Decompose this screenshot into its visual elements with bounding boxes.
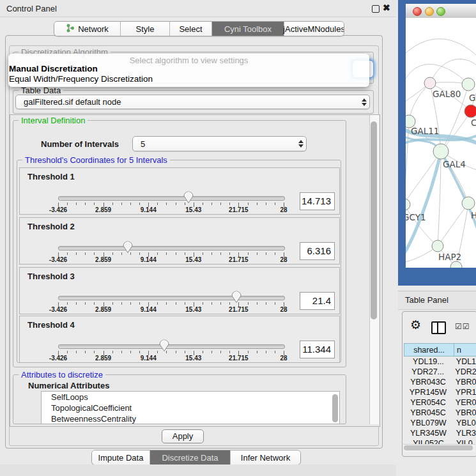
attribute-list-item[interactable]: SelfLoops bbox=[42, 392, 339, 403]
tab-cyni-toolbox[interactable]: Cyni Toolbox bbox=[212, 22, 284, 36]
cell-shared-name[interactable]: YDL19... bbox=[404, 357, 453, 367]
network-node-GCY1[interactable] bbox=[406, 199, 410, 210]
slider-track[interactable] bbox=[58, 296, 285, 300]
mac-close-icon[interactable] bbox=[413, 7, 422, 16]
attribute-list-item[interactable]: TopologicalCoefficient bbox=[42, 403, 339, 413]
numerical-attributes-list[interactable]: SelfLoopsTopologicalCoefficientBetweenne… bbox=[41, 391, 340, 424]
cell-shared-name[interactable]: YBR043C bbox=[404, 377, 452, 387]
slider-thumb[interactable] bbox=[183, 190, 194, 204]
cell-shared-name[interactable]: YBR045C bbox=[404, 408, 452, 418]
slider-tick bbox=[211, 302, 212, 305]
threshold-label: Threshold 2 bbox=[27, 222, 75, 231]
table-row[interactable]: YBR045CYBR0 bbox=[404, 408, 476, 418]
attribute-list-item[interactable]: BetweennessCentrality bbox=[42, 413, 339, 424]
network-canvas[interactable]: GAL80GACGAL11GAL4GCY1HHAP2 bbox=[406, 18, 476, 268]
cell-name[interactable]: YBR0 bbox=[452, 408, 476, 418]
node-label-GAL4: GAL4 bbox=[443, 159, 466, 169]
cell-name[interactable]: YBL0 bbox=[453, 418, 476, 428]
cell-name[interactable]: YDL1 bbox=[453, 357, 476, 367]
table-row[interactable]: YLR345WYLR3 bbox=[404, 428, 476, 438]
table-hscrollbar-thumb[interactable] bbox=[404, 445, 473, 450]
tab-jactivemnodules[interactable]: jActiveMNodules bbox=[284, 22, 344, 36]
algorithm-option[interactable]: Manual Discretization bbox=[9, 64, 98, 73]
network-node-GAL4[interactable] bbox=[433, 144, 449, 159]
slider-thumb[interactable] bbox=[159, 339, 169, 352]
slider-tick bbox=[203, 302, 203, 305]
table-row[interactable]: YBL079WYBL0 bbox=[404, 418, 476, 428]
tab-infer-network[interactable]: Infer Network bbox=[231, 450, 300, 464]
threshold-label: Threshold 3 bbox=[27, 272, 75, 281]
slider-tick bbox=[121, 302, 122, 305]
network-node-H-partial[interactable] bbox=[462, 197, 475, 210]
slider-tick bbox=[257, 252, 257, 255]
tab-label: Cyni Toolbox bbox=[224, 24, 272, 34]
slider-tick bbox=[67, 252, 68, 255]
cell-shared-name[interactable]: YBL079W bbox=[404, 418, 453, 428]
mac-minimize-icon[interactable] bbox=[425, 7, 434, 16]
algorithm-option[interactable]: Equal Width/Frequency Discretization bbox=[9, 74, 153, 84]
cell-name[interactable]: YER0 bbox=[452, 397, 476, 408]
network-edge[interactable] bbox=[438, 203, 468, 246]
number-of-intervals-combo[interactable]: 5 bbox=[132, 136, 307, 151]
slider-tick-label: 2.859 bbox=[86, 306, 121, 313]
split-columns-icon[interactable] bbox=[431, 321, 446, 334]
table-data-combo[interactable]: galFiltered.sif default node bbox=[15, 95, 370, 109]
tab-select[interactable]: Select bbox=[170, 22, 212, 36]
network-edge[interactable] bbox=[406, 39, 476, 56]
control-panel-tabs: NetworkStyleSelectCyni ToolboxjActiveMNo… bbox=[54, 21, 344, 36]
cell-shared-name[interactable]: YDR27... bbox=[404, 367, 452, 377]
node-label-GAL80: GAL80 bbox=[433, 89, 461, 99]
cell-name[interactable]: YPR1 bbox=[452, 387, 476, 397]
threshold-value-field[interactable]: 6.316 bbox=[300, 242, 335, 260]
cell-name[interactable]: YBR0 bbox=[452, 377, 476, 387]
table-hscrollbar-track[interactable] bbox=[403, 444, 475, 452]
slider-tick bbox=[130, 203, 131, 205]
table-settings-gear-icon[interactable]: ⚙ bbox=[410, 319, 421, 331]
list-scrollbar-thumb[interactable] bbox=[332, 394, 338, 422]
tab-impute-data[interactable]: Impute Data bbox=[92, 450, 150, 464]
cell-name[interactable]: YLR3 bbox=[453, 428, 476, 438]
tab-style[interactable]: Style bbox=[121, 22, 170, 36]
slider-track[interactable] bbox=[58, 196, 285, 201]
mac-zoom-icon[interactable] bbox=[436, 7, 445, 16]
slider-tick-label: 9.144 bbox=[130, 306, 166, 313]
slider-tick-label: 15.43 bbox=[176, 206, 211, 213]
table-row[interactable]: YPR145WYPR1 bbox=[404, 387, 476, 397]
table-row[interactable]: YDR27...YDR2 bbox=[404, 367, 476, 377]
slider-track[interactable] bbox=[58, 344, 285, 349]
threshold-value-field[interactable]: 21.4 bbox=[300, 292, 335, 310]
slider-tick bbox=[185, 302, 185, 305]
network-node-red-node[interactable] bbox=[464, 105, 476, 118]
slider-track[interactable] bbox=[58, 246, 285, 250]
network-node-GAL-partial-top[interactable] bbox=[462, 78, 475, 91]
combo-stepper-icon bbox=[359, 98, 369, 106]
threshold-value-field[interactable]: 11.344 bbox=[300, 341, 335, 358]
network-node-HAP2[interactable] bbox=[432, 240, 443, 252]
column-checkboxes-icon[interactable]: ☑☑ bbox=[455, 322, 470, 331]
slider-tick-label: 2.859 bbox=[86, 355, 121, 362]
table-row[interactable]: YBR043CYBR0 bbox=[404, 377, 476, 387]
settings-scrollbar-thumb[interactable] bbox=[371, 121, 377, 319]
tab-discretize-data[interactable]: Discretize Data bbox=[150, 450, 231, 464]
cell-shared-name[interactable]: YLR345W bbox=[404, 428, 453, 438]
network-window-titlebar[interactable] bbox=[406, 4, 476, 19]
tab-network[interactable]: Network bbox=[54, 22, 121, 36]
slider-thumb[interactable] bbox=[123, 240, 133, 254]
network-edge[interactable] bbox=[406, 151, 441, 253]
close-icon[interactable]: ✖ bbox=[383, 3, 390, 13]
slider-thumb[interactable] bbox=[231, 290, 242, 303]
network-edge[interactable] bbox=[406, 65, 468, 84]
column-header-name[interactable]: n bbox=[454, 343, 476, 357]
table-row[interactable]: YER054CYER0 bbox=[404, 397, 476, 408]
cell-name[interactable]: YDR2 bbox=[452, 367, 476, 377]
tab-label: Discretize Data bbox=[162, 453, 218, 463]
apply-button[interactable]: Apply bbox=[162, 429, 204, 443]
cell-shared-name[interactable]: YPR145W bbox=[404, 387, 452, 397]
network-edge[interactable] bbox=[406, 121, 409, 204]
table-row[interactable]: YDL19...YDL1 bbox=[404, 357, 476, 367]
column-header-shared-name[interactable]: shared... bbox=[404, 343, 454, 357]
threshold-value-field[interactable]: 14.713 bbox=[300, 192, 335, 210]
network-node-GAL80[interactable] bbox=[424, 77, 436, 89]
float-window-icon[interactable] bbox=[372, 5, 380, 13]
cell-shared-name[interactable]: YER054C bbox=[404, 397, 452, 408]
